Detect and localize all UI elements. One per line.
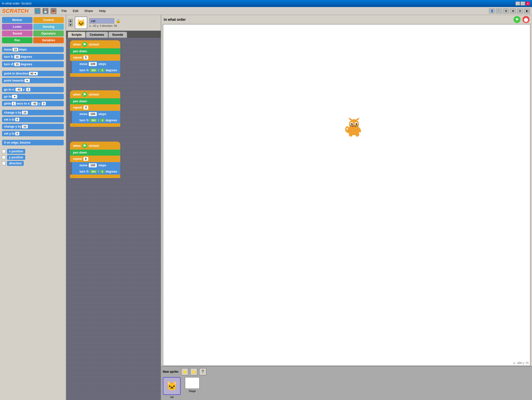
block-ypos[interactable]: y position — [7, 155, 25, 160]
checkbox-xpos-row: x position — [2, 149, 64, 154]
script-3: when ⚑ clicked pen down repeat 6 move 10… — [70, 142, 120, 178]
middle-panel: ▲ ▼ 🐱 🔒 x: -42 y: 3 direction: 90 Script… — [66, 15, 161, 400]
sprite-list-icons: ⭐ ⭐ ? — [181, 368, 206, 375]
block-move[interactable]: move 10 steps — [2, 47, 64, 52]
block-set-y[interactable]: set y to 0 — [2, 131, 64, 136]
block-set-x[interactable]: set x to 0 — [2, 117, 64, 122]
layout-icon-5[interactable]: ⊟ — [517, 9, 523, 14]
turn-3: turn ↻ 360 / 6 degrees — [72, 169, 120, 175]
sprite-item-stage[interactable]: Stage — [185, 377, 200, 398]
set-y-val: 0 — [15, 132, 19, 135]
category-pen[interactable]: Pen — [2, 37, 32, 43]
block-turn-ccw[interactable]: turn ↺ 15 degrees — [2, 61, 64, 67]
ypos-checkbox[interactable] — [2, 156, 6, 159]
lock-icon: 🔒 — [116, 19, 121, 23]
green-flag-icon-1: ⚑ — [82, 42, 87, 47]
sprite-nav: ▲ ▼ — [68, 19, 73, 27]
close-button[interactable]: ✕ — [526, 2, 530, 6]
tab-sounds[interactable]: Sounds — [108, 32, 127, 38]
towards-dropdown[interactable]: ▼ — [24, 79, 30, 82]
move-val-1: 100 — [89, 62, 97, 66]
menu-help[interactable]: Help — [98, 9, 107, 13]
xpos-checkbox[interactable] — [2, 150, 6, 153]
sprite-coords: x: -42 y: 3 direction: 90 — [89, 24, 121, 27]
blocks-area: move 10 steps turn ↻ 15 degrees turn ↺ 1… — [0, 45, 66, 400]
repeat-end-3: ↩ — [70, 175, 120, 178]
random-sprite-button[interactable]: ? — [199, 368, 206, 375]
cat-thumbnail: 🐱 — [163, 377, 181, 395]
layout-icons: 👤 🔧 ⊞ ⊠ ⊟ ◧ — [489, 9, 530, 14]
block-turn-cw[interactable]: turn ↻ 15 degrees — [2, 54, 64, 60]
stage-thumbnail — [185, 377, 200, 389]
when-label-3: when — [73, 144, 81, 148]
category-sensing[interactable]: Sensing — [33, 24, 64, 30]
clicked-label-2: clicked — [89, 93, 99, 96]
category-control[interactable]: Control — [33, 17, 64, 23]
turn-val1-1: 360 — [90, 69, 97, 72]
green-flag-button[interactable]: ⚑ — [514, 16, 520, 23]
tab-costumes[interactable]: Costumes — [86, 32, 108, 38]
green-flag-icon-3: ⚑ — [82, 143, 87, 148]
category-looks[interactable]: Looks — [2, 24, 32, 30]
scripts-area[interactable]: when ⚑ clicked pen down repeat 5 move 10… — [66, 38, 161, 400]
goto-y-val: 3 — [26, 88, 30, 91]
layout-icon-4[interactable]: ⊠ — [510, 9, 516, 14]
sprite-thumbnail: 🐱 — [75, 17, 87, 29]
glide-y-val: 3 — [42, 102, 46, 105]
stamp-sprite-button[interactable]: ⭐ — [190, 368, 198, 375]
right-panel: In what order ⚑ ⬤ — [161, 15, 532, 400]
repeat-val-2: 4 — [84, 106, 88, 110]
goto-dropdown[interactable]: ▼ — [12, 95, 17, 98]
block-goto-xy[interactable]: go to x: -42 y: 3 — [2, 87, 64, 92]
sprite-item-cat[interactable]: 🐱 cat — [163, 377, 181, 398]
block-change-x[interactable]: change x by 10 — [2, 110, 64, 115]
minimize-button[interactable]: _ — [516, 2, 520, 6]
category-operators[interactable]: Operators — [33, 31, 64, 37]
block-point-towards[interactable]: point towards ▼ — [2, 78, 64, 83]
block-glide[interactable]: glide 1 secs to x: -42 y: 3 — [2, 101, 64, 106]
category-variables[interactable]: Variables — [33, 37, 64, 43]
layout-icon-2[interactable]: 🔧 — [496, 9, 502, 14]
block-xpos[interactable]: x position — [7, 149, 25, 154]
script-2: when ⚑ clicked pen down repeat 4 move 10… — [70, 90, 120, 127]
share-icon[interactable]: 📤 — [50, 8, 56, 14]
turn-val2-3: 6 — [100, 170, 104, 173]
maximize-button[interactable]: □ — [520, 2, 525, 6]
sprite-nav-down[interactable]: ▼ — [68, 23, 73, 27]
layout-icon-3[interactable]: ⊞ — [503, 9, 509, 14]
layout-icon-6[interactable]: ◧ — [524, 9, 530, 14]
repeat-end-2: ↩ — [70, 123, 120, 127]
layout-icon-1[interactable]: 👤 — [489, 9, 495, 14]
category-sound[interactable]: Sound — [2, 31, 32, 37]
stage-mouse-coords: x: -330 y: 73 — [513, 361, 528, 364]
sprite-name-input[interactable] — [89, 18, 114, 24]
stop-button[interactable]: ⬤ — [522, 16, 530, 23]
block-bounce[interactable]: if on edge, bounce — [2, 140, 64, 145]
block-goto[interactable]: go to ▼ — [2, 94, 64, 99]
draw-sprite-button[interactable]: ⭐ — [181, 368, 188, 375]
menu-share[interactable]: Share — [83, 9, 94, 13]
direction-dropdown[interactable]: 90 ▼ — [29, 72, 38, 75]
window-title: In what order- Scratch — [2, 2, 32, 5]
svg-point-10 — [352, 123, 353, 124]
block-point-direction[interactable]: point in direction 90 ▼ — [2, 71, 64, 76]
sprite-nav-up[interactable]: ▲ — [68, 19, 73, 23]
direction-checkbox[interactable] — [2, 162, 6, 165]
block-change-y[interactable]: change y by 10 — [2, 124, 64, 129]
turn-val1-3: 360 — [90, 170, 97, 173]
category-motion[interactable]: Motion — [2, 17, 32, 23]
menu-file[interactable]: File — [60, 9, 68, 13]
title-bar: In what order- Scratch _ □ ✕ — [0, 0, 532, 7]
save-icon[interactable]: 💾 — [42, 8, 48, 14]
move-1: move 100 steps — [72, 61, 120, 67]
globe-icon[interactable]: 🌐 — [34, 8, 40, 14]
block-direction[interactable]: direction — [7, 161, 24, 166]
tab-scripts[interactable]: Scripts — [68, 32, 86, 38]
menu-edit[interactable]: Edit — [72, 9, 79, 13]
cw-icon: ↻ — [10, 55, 14, 59]
pen-down-3: pen down — [70, 150, 120, 156]
window-controls: _ □ ✕ — [516, 2, 530, 6]
new-sprite-label: New sprite: — [163, 370, 179, 373]
menu-items: File Edit Share Help — [60, 9, 107, 13]
turn-val2-1: 5 — [100, 69, 104, 72]
